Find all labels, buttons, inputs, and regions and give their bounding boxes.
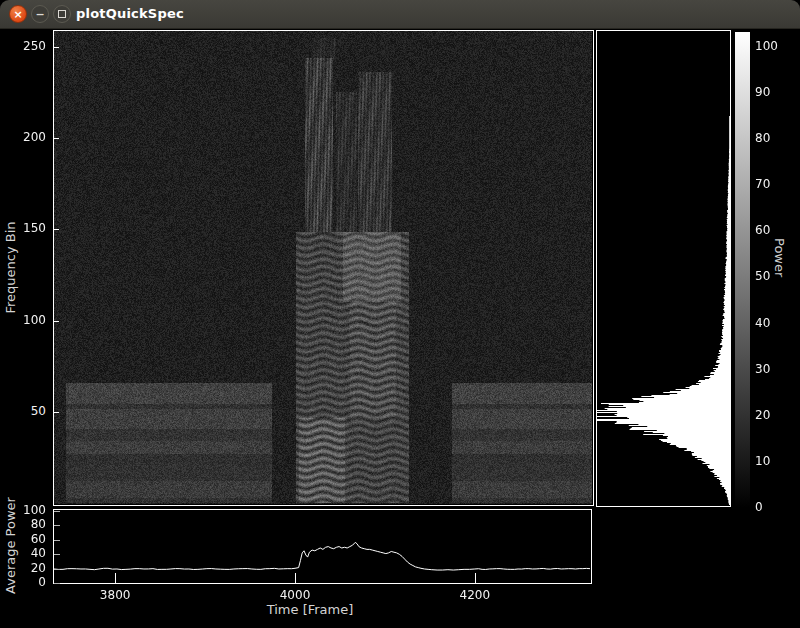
power-histogram-frame	[596, 30, 731, 507]
colorbar-tick-label: 60	[755, 223, 770, 237]
frequency-tick-mark	[54, 321, 59, 322]
colorbar-tick-label: 80	[755, 131, 770, 145]
spectrogram-frame	[53, 30, 594, 506]
time-tick-mark	[475, 573, 476, 583]
colorbar-tick-label: 50	[755, 269, 770, 283]
average-power-tick-label: 100	[2, 503, 46, 517]
average-power-tick-mark	[54, 583, 60, 584]
window-title: plotQuickSpec	[76, 0, 184, 28]
average-power-tick-label: 80	[2, 517, 46, 531]
time-tick-label: 4000	[265, 588, 325, 602]
average-power-tick-label: 60	[2, 532, 46, 546]
frequency-tick-mark	[54, 47, 59, 48]
minimize-button[interactable]: −	[31, 5, 49, 23]
close-button[interactable]: ×	[9, 5, 27, 23]
average-power-tick-label: 40	[2, 546, 46, 560]
colorbar	[735, 32, 750, 508]
colorbar-tick-label: 70	[755, 177, 770, 191]
average-power-tick-mark	[54, 525, 60, 526]
frequency-tick-label: 50	[2, 404, 46, 418]
frequency-tick-mark	[54, 138, 59, 139]
colorbar-tick-label: 20	[755, 408, 770, 422]
colorbar-tick-label: 30	[755, 362, 770, 376]
frequency-tick-label: 200	[2, 130, 46, 144]
colorbar-axis-title: Power	[772, 238, 787, 318]
average-power-tick-mark	[54, 554, 60, 555]
colorbar-tick-label: 0	[755, 500, 763, 514]
maximize-icon	[58, 10, 66, 18]
frequency-tick-label: 250	[2, 39, 46, 53]
time-tick-label: 3800	[85, 588, 145, 602]
titlebar[interactable]: × − plotQuickSpec	[0, 0, 800, 29]
time-tick-label: 4200	[445, 588, 505, 602]
frequency-tick-label: 150	[2, 221, 46, 235]
average-power-tick-mark	[54, 540, 60, 541]
average-power-tick-mark	[54, 511, 60, 512]
colorbar-tick-label: 90	[755, 85, 770, 99]
frequency-tick-mark	[54, 229, 59, 230]
colorbar-tick-label: 100	[755, 39, 778, 53]
average-power-tick-mark	[54, 569, 60, 570]
frequency-tick-mark	[54, 412, 59, 413]
average-power-tick-label: 0	[2, 575, 46, 589]
colorbar-tick-label: 40	[755, 316, 770, 330]
time-axis-title: Time [Frame]	[60, 602, 560, 617]
app-window: × − plotQuickSpec Power Frequency Bin Av…	[0, 0, 800, 628]
frequency-axis-title: Frequency Bin	[3, 168, 18, 368]
colorbar-tick-label: 10	[755, 454, 770, 468]
average-power-frame	[53, 509, 592, 584]
maximize-button[interactable]	[53, 5, 71, 23]
frequency-tick-label: 100	[2, 313, 46, 327]
average-power-tick-label: 20	[2, 561, 46, 575]
time-tick-mark	[115, 573, 116, 583]
time-tick-mark	[295, 573, 296, 583]
